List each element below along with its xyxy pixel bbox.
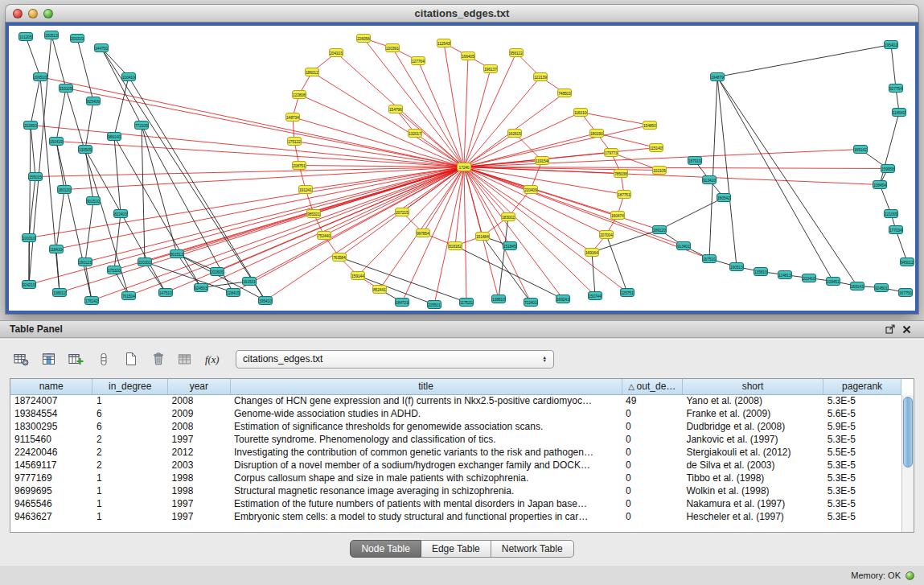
graph-node[interactable]: 1277641 [411, 56, 425, 65]
scrollbar-thumb[interactable] [903, 397, 913, 468]
graph-node[interactable]: 1228083 [292, 90, 306, 99]
graph-node[interactable]: 1877511 [617, 190, 631, 199]
graph-node[interactable]: 1651422 [853, 145, 868, 154]
row-selector-icon[interactable] [92, 348, 115, 370]
graph-node[interactable]: 1550159 [28, 172, 43, 181]
graph-node[interactable]: 1677502 [898, 288, 913, 297]
graph-node[interactable]: 1447502 [94, 43, 109, 52]
graph-node[interactable]: 1691647 [585, 248, 599, 257]
graph-node[interactable]: 9978547 [416, 229, 430, 237]
column-header-out_de[interactable]: △ out_de… [622, 379, 682, 394]
graph-node[interactable]: 1675102 [702, 254, 717, 263]
window-titlebar[interactable]: citations_edges.txt [6, 5, 918, 23]
graph-node[interactable]: 1531058 [59, 84, 73, 93]
graph-node[interactable]: 1388105 [491, 295, 506, 303]
table-row[interactable]: 969969511998Structural magnetic resonanc… [10, 484, 901, 497]
graph-node[interactable]: 1475103 [158, 288, 173, 297]
graph-node[interactable]: 1805425 [717, 193, 731, 202]
graph-node[interactable]: 1004104 [121, 72, 136, 81]
table-row[interactable]: 1872400712008Changes of HCN gene express… [10, 394, 901, 407]
graph-node[interactable]: 1604747 [610, 211, 625, 220]
graph-node[interactable]: 2026505 [23, 121, 38, 130]
graph-node[interactable]: 1761425 [84, 296, 99, 305]
graph-node[interactable]: 8181821 [448, 241, 462, 250]
tab-node-table[interactable]: Node Table [350, 540, 421, 558]
graph-node[interactable]: 9450122 [900, 257, 914, 266]
graph-node[interactable]: 1691432 [850, 282, 864, 290]
graph-node[interactable]: 8224035 [113, 209, 128, 218]
graph-node[interactable]: 1518455 [503, 241, 517, 250]
graph-node[interactable]: 2087511 [292, 161, 306, 170]
graph-node[interactable]: 1284155 [226, 288, 240, 297]
graph-node[interactable]: 1599581 [881, 164, 895, 173]
graph-node[interactable]: 1891205 [652, 225, 667, 234]
graph-node[interactable]: 1210655 [884, 209, 898, 218]
graph-node[interactable]: 1692415 [556, 295, 570, 303]
graph-node[interactable]: 9134011 [676, 241, 691, 250]
graph-node[interactable]: 1860127 [305, 68, 319, 76]
graph-node[interactable]: 7635842 [332, 253, 347, 262]
graph-node[interactable]: 1547963 [388, 105, 403, 113]
column-header-title[interactable]: title [230, 379, 622, 394]
graph-node[interactable]: 7485033 [557, 89, 572, 97]
float-panel-icon[interactable] [882, 324, 899, 334]
graph-node[interactable]: 1847210 [395, 298, 409, 307]
graph-node[interactable]: 9861402 [107, 132, 121, 141]
graph-node[interactable]: 1003100 [22, 233, 36, 242]
graph-node[interactable]: 1751222 [287, 137, 302, 146]
graph-node[interactable]: 2065105 [33, 72, 47, 81]
network-canvas[interactable]: 1724020410331860127122808314873421751222… [9, 26, 915, 311]
graph-node[interactable]: 7224015 [524, 298, 538, 307]
graph-node[interactable]: 1905134 [729, 262, 744, 271]
graph-node[interactable]: 8015132 [170, 249, 184, 258]
table-row[interactable]: 977716911998Corpus callosum shape and si… [10, 472, 901, 484]
graph-node[interactable]: 17240 [457, 163, 471, 171]
graph-node[interactable]: 1961376 [483, 64, 498, 73]
create-column-icon[interactable] [64, 348, 88, 370]
graph-node[interactable]: 2204090 [524, 185, 538, 194]
column-header-name[interactable]: name [10, 379, 92, 394]
column-header-pagerank[interactable]: pagerank [823, 379, 901, 394]
graph-node[interactable]: 9853211 [306, 209, 321, 218]
graph-node[interactable]: 9245032 [194, 283, 208, 292]
graph-node[interactable]: 1954020 [884, 40, 898, 49]
graph-node[interactable]: 1801902 [589, 129, 604, 138]
graph-node[interactable]: 1505132 [44, 31, 59, 39]
graph-node[interactable]: 1830022 [501, 212, 515, 221]
graph-node[interactable]: 1954105 [258, 296, 273, 305]
delete-table-icon[interactable] [146, 348, 170, 370]
table-row[interactable]: 1830029562008Estimation of significance … [10, 420, 901, 433]
graph-node[interactable]: 1901235 [78, 257, 92, 266]
graph-node[interactable]: 1770345 [889, 225, 903, 234]
graph-node[interactable]: 2024105 [802, 274, 816, 282]
graph-node[interactable]: 1012058 [18, 32, 33, 41]
graph-node[interactable]: 1320174 [408, 129, 422, 138]
graph-node[interactable]: 9134105 [702, 175, 717, 184]
import-table-icon[interactable] [174, 348, 197, 370]
graph-node[interactable]: 1358105 [754, 267, 768, 276]
graph-node[interactable]: 7615044 [121, 291, 136, 300]
graph-node[interactable]: 2026051 [210, 267, 224, 276]
table-row[interactable]: 2242004622012Investigating the contribut… [10, 446, 901, 459]
graph-node[interactable]: 1305058 [78, 145, 92, 154]
graph-node[interactable]: 1948794 [710, 72, 725, 81]
table-row[interactable]: 1456911722003Disruption of a novel membe… [10, 459, 901, 472]
graph-node[interactable]: 1125439 [437, 39, 451, 47]
graph-node[interactable]: 1487342 [285, 113, 300, 122]
graph-node[interactable]: 2041033 [329, 48, 343, 57]
graph-node[interactable]: 9015105 [86, 196, 101, 205]
graph-node[interactable]: 1507447 [588, 291, 602, 300]
graph-node[interactable]: 1514845 [475, 232, 490, 241]
graph-node[interactable]: 1626152 [507, 129, 522, 138]
graph-node[interactable]: 1145415 [892, 108, 906, 117]
tab-network-table[interactable]: Network Table [491, 540, 574, 558]
graph-node[interactable]: 1879197 [688, 156, 702, 165]
graph-node[interactable]: 2260584 [356, 34, 371, 43]
table-row[interactable]: 946554611997Estimation of the future num… [10, 497, 901, 510]
graph-node[interactable]: 9561224 [509, 48, 524, 57]
graph-node[interactable]: 1548501 [643, 121, 657, 130]
table-mode-icon[interactable] [10, 348, 33, 370]
graph-node[interactable]: 1175212 [459, 298, 474, 307]
close-window-icon[interactable] [13, 9, 23, 19]
graph-node[interactable]: 1504191 [49, 137, 64, 146]
